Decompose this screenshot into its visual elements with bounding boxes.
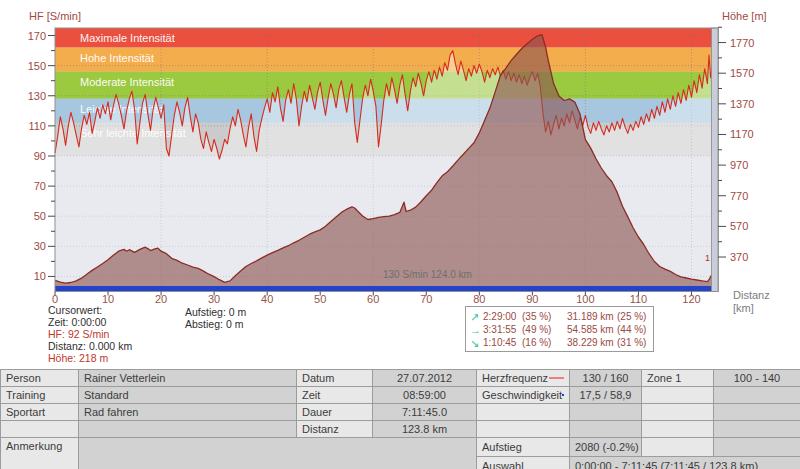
cursor-time-label: Zeit: (48, 316, 68, 328)
person-value-cell: Rainer Vetterlein (79, 370, 297, 387)
hf-tick-label: 150 (28, 60, 46, 72)
empty-value-cell (714, 438, 800, 457)
lap-marker: 1 (705, 253, 710, 263)
chart-zoom-scrollbar[interactable] (712, 28, 719, 292)
descent-time: 1:10:45 (483, 337, 522, 348)
descent-distance-pct: (31 %) (617, 337, 653, 348)
elevation-tick-label: 1370 (730, 98, 754, 110)
selection-value-cell: 0:00:00 - 7:11:45 (7:11:45 / 123.8 km) (570, 457, 800, 469)
descent-time-pct: (16 %) (522, 337, 567, 348)
cursor-hf-value: 92 S/min (68, 328, 109, 340)
descent-distance: 38.229 km (567, 337, 617, 348)
ascent-row: Aufstieg:0 m (185, 306, 246, 318)
zone-label: Moderate Intensität (80, 76, 174, 88)
training-label-cell: Training (1, 387, 79, 404)
note-value-cell[interactable] (79, 438, 477, 469)
empty-label-cell (642, 387, 714, 404)
empty-value-cell (714, 387, 800, 404)
total-ascent-value-cell: 2080 (-0.2%) (570, 438, 642, 457)
ascent-time: 2:29:00 (483, 311, 522, 322)
elevation-tick-label: 1170 (730, 128, 754, 140)
flat-distance-pct: (44 %) (617, 324, 653, 335)
empty-value-cell (79, 421, 297, 438)
date-value-cell: 27.07.2012 (373, 370, 477, 387)
cursor-distance-row: Distanz:0.000 km (48, 340, 132, 352)
elevation-tick-label: 1570 (730, 67, 754, 79)
sport-value-cell: Rad fahren (79, 404, 297, 421)
note-label-cell: Anmerkung (1, 438, 79, 469)
cursor-elevation-row: Höhe:218 m (48, 352, 132, 364)
cursor-hf-label: HF: (48, 328, 65, 340)
zone-label: Leichte Intensität (80, 103, 163, 115)
hf-tick-label: 70 (34, 180, 46, 192)
cursor-elevation-label: Höhe: (48, 352, 76, 364)
zone-label-cell: Zone 1 (642, 370, 714, 387)
descent-row: Abstieg:0 m (185, 318, 246, 330)
ascent-time-pct: (35 %) (522, 311, 567, 322)
empty-label-cell (1, 421, 79, 438)
speed-label-cell: Geschwindigkeit (477, 387, 570, 404)
elevation-tick-label: 570 (730, 220, 748, 232)
distance-tick-label: 40 (261, 293, 273, 305)
flat-distance: 54.585 km (567, 324, 617, 335)
hf-tick-label: 30 (34, 240, 46, 252)
flat-time: 3:31:55 (483, 324, 522, 335)
elevation-tick-label: 1770 (730, 37, 754, 49)
cursor-distance-value: 0.000 km (89, 340, 132, 352)
distance-tick-label: 60 (367, 293, 379, 305)
hf-tick-label: 90 (34, 150, 46, 162)
cursor-time-row: Zeit:0:00:00 (48, 316, 132, 328)
person-label-cell: Person (1, 370, 79, 387)
distance-tick-label: 80 (473, 293, 485, 305)
training-analysis-window: Maximale IntensitätHohe IntensitätModera… (0, 0, 800, 469)
heartrate-value-cell: 130 / 160 (570, 370, 642, 387)
empty-value-cell (570, 421, 642, 438)
heartrate-label-cell: Herzfrequenz (477, 370, 570, 387)
elevation-tick-label: 770 (730, 190, 748, 202)
distance-tick-label: 100 (576, 293, 594, 305)
speed-bar (55, 286, 718, 292)
empty-label-cell (642, 438, 714, 457)
distance-label-cell: Distanz (297, 421, 373, 438)
hf-tick-label: 50 (34, 210, 46, 222)
distance-tick-label: 30 (208, 293, 220, 305)
cursor-elevation-value: 218 m (79, 352, 108, 364)
distance-tick-label: 120 (682, 293, 700, 305)
cursor-title: Cursorwert: (48, 304, 132, 316)
cursor-time-value: 0:00:00 (71, 316, 106, 328)
distance-tick-label: 110 (630, 293, 648, 305)
hf-tick-label: 170 (28, 30, 46, 42)
speed-value-cell: 17,5 / 58,9 (570, 387, 642, 404)
distance-tick-label: 70 (420, 293, 432, 305)
elevation-tick-label: 970 (730, 159, 748, 171)
cursor-hf-row: HF:92 S/min (48, 328, 132, 340)
cursor-readout: Cursorwert: Zeit:0:00:00 HF:92 S/min Dis… (48, 304, 132, 364)
hf-tick-label: 110 (28, 120, 46, 132)
last-value-annotation: 130 S/min 124.0 km (383, 269, 472, 280)
empty-value-cell (570, 404, 642, 421)
speed-label: Geschwindigkeit (482, 389, 562, 401)
starttime-label-cell: Zeit (297, 387, 373, 404)
distance-axis-title-unit: [km] (733, 302, 754, 314)
ascent-value: 0 m (229, 306, 247, 318)
arrow-down-right-icon: ↘ (470, 338, 483, 348)
arrow-up-right-icon: ↗ (470, 312, 483, 322)
distance-value-cell: 123.8 km (373, 421, 477, 438)
duration-value-cell: 7:11:45.0 (373, 404, 477, 421)
duration-label-cell: Dauer (297, 404, 373, 421)
empty-label-cell (642, 421, 714, 438)
hf-axis-title: HF [S/min] (29, 10, 81, 22)
empty-label-cell (477, 421, 570, 438)
elevation-axis-title: Höhe [m] (722, 10, 767, 22)
empty-label-cell (477, 404, 570, 421)
heartrate-line-sample-icon (549, 377, 564, 379)
hf-elevation-chart[interactable]: Maximale IntensitätHohe IntensitätModera… (0, 0, 800, 330)
empty-label-cell (642, 404, 714, 421)
distance-tick-label: 20 (155, 293, 167, 305)
hf-tick-label: 130 (28, 90, 46, 102)
zone-label: Maximale Intensität (80, 32, 175, 44)
hf-tick-label: 10 (34, 270, 46, 282)
zone-label: Hohe Intensität (80, 52, 154, 64)
selection-stats-panel: ↗ 2:29:00 (35 %) 31.189 km (25 %) → 3:31… (465, 306, 654, 352)
ascent-descent-summary: Aufstieg:0 m Abstieg:0 m (185, 306, 246, 330)
